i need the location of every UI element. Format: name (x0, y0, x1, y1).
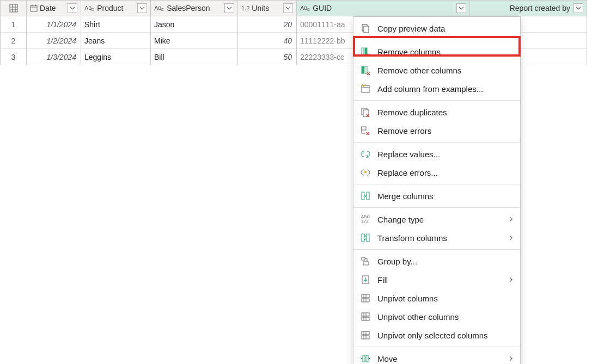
menu-merge-columns[interactable]: Merge columns (353, 187, 520, 205)
row-index: 3 (0, 49, 26, 65)
menu-remove-columns[interactable]: Remove columns (353, 42, 520, 61)
menu-label: Remove duplicates (377, 108, 514, 117)
cell-date[interactable]: 1/3/2024 (26, 49, 81, 65)
text-type-icon: ABC (84, 5, 95, 11)
filter-dropdown[interactable] (573, 3, 583, 13)
text-type-icon: ABC (300, 5, 310, 11)
cell-salesperson[interactable]: Mike (150, 33, 237, 49)
menu-separator (353, 100, 520, 101)
table-icon (9, 4, 18, 13)
cell-units[interactable]: 50 (237, 49, 296, 65)
cell-date[interactable]: 1/2/2024 (26, 33, 81, 49)
cell-units[interactable]: 40 (237, 33, 296, 49)
menu-replace-errors[interactable]: Replace errors... (353, 163, 520, 182)
remove-other-columns-icon (360, 65, 371, 76)
transform-columns-icon (360, 232, 371, 243)
fill-icon (360, 274, 371, 285)
unpivot-selected-icon (360, 330, 371, 341)
menu-label: Merge columns (377, 192, 514, 201)
cell-salesperson[interactable]: Bill (150, 49, 237, 65)
menu-label: Remove columns (377, 47, 514, 57)
svg-rect-22 (362, 192, 364, 200)
svg-rect-35 (363, 355, 365, 362)
remove-columns-icon (360, 46, 371, 57)
menu-replace-values[interactable]: 12 Replace values... (353, 145, 520, 163)
menu-remove-errors[interactable]: Remove errors (353, 121, 520, 140)
menu-fill[interactable]: Fill (353, 270, 520, 289)
menu-label: Change type (377, 215, 502, 224)
col-label: SalesPerson (167, 4, 210, 13)
menu-separator (353, 249, 520, 250)
svg-rect-26 (362, 257, 365, 260)
filter-dropdown[interactable] (137, 3, 147, 13)
cell-units[interactable]: 20 (237, 16, 296, 33)
cell-date[interactable]: 1/1/2024 (26, 16, 81, 33)
row-index: 2 (0, 33, 26, 49)
menu-add-column-from-examples[interactable]: Add column from examples... (353, 79, 520, 98)
row-index: 1 (0, 16, 26, 33)
menu-change-type[interactable]: ABC123 Change type (353, 210, 520, 229)
svg-rect-10 (364, 26, 369, 33)
menu-label: Replace errors... (377, 168, 514, 177)
svg-rect-12 (365, 48, 367, 55)
svg-rect-27 (363, 262, 369, 265)
cell-product[interactable]: Leggins (81, 49, 150, 65)
menu-label: Fill (377, 275, 502, 285)
menu-remove-other-columns[interactable]: Remove other columns (353, 61, 520, 79)
menu-unpivot-other-columns[interactable]: Unpivot other columns (353, 307, 520, 326)
col-header-product[interactable]: ABC Product (81, 0, 150, 16)
menu-unpivot-columns[interactable]: Unpivot columns (353, 289, 520, 307)
table-corner[interactable] (0, 0, 26, 16)
cell-product[interactable]: Shirt (81, 16, 150, 33)
svg-rect-24 (362, 234, 364, 242)
col-header-units[interactable]: 1.2 Units (237, 0, 296, 16)
remove-errors-icon (360, 125, 371, 136)
menu-separator (353, 347, 520, 347)
svg-rect-25 (367, 234, 369, 242)
col-header-date[interactable]: Date (26, 0, 81, 16)
menu-copy-preview-data[interactable]: Copy preview data (353, 19, 520, 38)
chevron-right-icon (508, 354, 514, 363)
menu-separator (353, 142, 520, 143)
svg-rect-0 (10, 4, 17, 12)
add-column-icon (360, 83, 371, 94)
menu-separator (353, 184, 520, 184)
menu-label: Transform columns (377, 233, 502, 243)
menu-group-by[interactable]: Group by... (353, 252, 520, 270)
replace-errors-icon (360, 167, 371, 178)
filter-dropdown[interactable] (224, 3, 234, 13)
menu-unpivot-selected-columns[interactable]: Unpivot only selected columns (353, 326, 520, 344)
chevron-right-icon (508, 275, 514, 284)
col-header-guid[interactable]: ABC GUID (296, 0, 469, 16)
col-label: Units (252, 4, 269, 13)
filter-dropdown[interactable] (283, 3, 293, 13)
number-type-icon: 1.2 (241, 5, 249, 11)
filter-dropdown[interactable] (456, 3, 466, 13)
cell-product[interactable]: Jeans (81, 33, 150, 49)
remove-duplicates-icon (360, 107, 371, 118)
svg-rect-36 (366, 355, 368, 362)
menu-transform-columns[interactable]: Transform columns (353, 229, 520, 247)
cell-salesperson[interactable]: Jason (150, 16, 237, 33)
chevron-right-icon (508, 215, 514, 224)
filter-dropdown[interactable] (68, 3, 77, 13)
svg-rect-13 (362, 66, 364, 73)
menu-label: Unpivot other columns (377, 312, 514, 322)
unpivot-other-icon (360, 311, 371, 322)
menu-label: Replace values... (377, 150, 514, 159)
menu-remove-duplicates[interactable]: Remove duplicates (353, 103, 520, 121)
merge-columns-icon (360, 190, 371, 201)
svg-rect-11 (362, 48, 364, 55)
group-by-icon (360, 256, 371, 267)
svg-rect-23 (367, 192, 369, 200)
col-header-salesperson[interactable]: ABC SalesPerson (150, 0, 237, 16)
menu-label: Unpivot columns (377, 294, 514, 303)
col-label: GUID (313, 4, 332, 13)
menu-label: Remove other columns (377, 66, 514, 75)
svg-rect-14 (365, 66, 367, 73)
table-header-row: Date ABC Product ABC SalesPerson (0, 0, 587, 16)
menu-move[interactable]: Move (353, 349, 520, 364)
col-header-report-created-by[interactable]: Report created by (469, 0, 587, 16)
svg-rect-19 (362, 127, 366, 130)
copy-icon (360, 23, 371, 34)
